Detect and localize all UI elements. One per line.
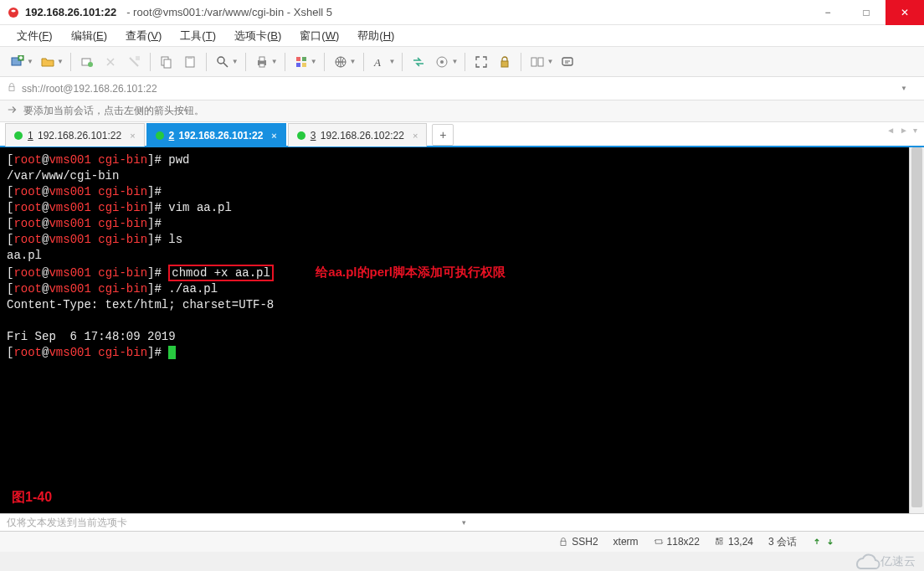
tab-list-icon[interactable]: ▾ <box>913 126 917 135</box>
titlebar: 192.168.26.101:22 - root@vms001:/var/www… <box>0 0 924 25</box>
menu-h[interactable]: 帮助(H) <box>351 27 401 45</box>
fullscreen-icon[interactable] <box>470 51 492 73</box>
svg-rect-22 <box>501 61 508 67</box>
title-path: - root@vms001:/var/www/cgi-bin - Xshell … <box>126 6 332 18</box>
status-protocol: SSH2 <box>558 536 598 548</box>
maximize-button[interactable]: □ <box>847 0 886 25</box>
status-pos: 13,24 <box>715 536 753 548</box>
dropdown-icon-2[interactable]: ▼ <box>57 58 64 65</box>
hint-arrow-icon[interactable] <box>7 104 18 118</box>
menu-v[interactable]: 查看(V) <box>119 27 168 45</box>
hint-text: 要添加当前会话，点击左侧的箭头按钮。 <box>23 104 204 118</box>
status-size-text: 118x22 <box>667 536 700 548</box>
dropdown-icon[interactable]: ▼ <box>27 58 33 65</box>
dropdown-icon-4[interactable]: ▼ <box>271 58 278 65</box>
separator <box>324 53 325 71</box>
watermark: 亿速云 <box>852 549 919 571</box>
dropdown-icon-9[interactable]: ▼ <box>547 58 553 65</box>
title-sub-text: root@vms001:/var/www/cgi-bin - Xshell 5 <box>133 6 332 18</box>
svg-rect-15 <box>302 57 306 61</box>
session-tab-2[interactable]: 2 192.168.26.101:22× <box>146 123 286 147</box>
menu-e[interactable]: 编辑(E) <box>64 27 114 45</box>
separator <box>521 53 521 71</box>
status-proto-text: SSH2 <box>572 536 598 548</box>
svg-rect-14 <box>296 57 300 61</box>
scrollbar-thumb[interactable] <box>911 147 922 507</box>
print-icon[interactable] <box>251 51 273 73</box>
tab-close-icon[interactable]: × <box>413 131 418 141</box>
scrollbar[interactable] <box>909 147 924 513</box>
address-url[interactable]: ssh://root@192.168.26.101:22 <box>22 83 896 95</box>
new-tab-button[interactable]: + <box>432 124 454 146</box>
minimize-button[interactable]: − <box>808 0 847 25</box>
tab-close-icon[interactable]: × <box>130 131 135 141</box>
lock-small-icon <box>7 82 17 95</box>
hosts-icon[interactable] <box>526 51 548 73</box>
encoding-icon[interactable] <box>330 51 352 73</box>
dropdown-icon-8[interactable]: ▼ <box>451 58 458 65</box>
svg-point-4 <box>88 62 93 67</box>
dropdown-icon-5[interactable]: ▼ <box>311 58 317 65</box>
session-tab-1[interactable]: 1 192.168.26.101:22× <box>5 123 145 147</box>
reconnect-icon[interactable] <box>76 51 98 73</box>
properties-icon[interactable] <box>123 51 145 73</box>
status-dot-icon <box>14 131 23 140</box>
svg-rect-26 <box>9 86 14 90</box>
svg-rect-27 <box>561 541 566 545</box>
new-session-icon[interactable] <box>7 51 28 73</box>
svg-rect-5 <box>136 56 140 60</box>
font-icon[interactable]: A <box>369 51 391 73</box>
tab-next-icon[interactable]: ► <box>900 126 908 135</box>
watermark-text: 亿速云 <box>880 555 916 568</box>
menu-w[interactable]: 窗口(W) <box>293 27 346 45</box>
status-dot-icon <box>156 131 164 140</box>
color-scheme-icon[interactable] <box>290 51 312 73</box>
lock-icon[interactable] <box>494 51 516 73</box>
paste-icon[interactable] <box>179 51 201 73</box>
status-dot-icon <box>297 131 305 140</box>
transfer-icon[interactable] <box>408 51 429 73</box>
menu-t[interactable]: 工具(T) <box>173 27 223 45</box>
disconnect-icon[interactable] <box>100 51 121 73</box>
tab-label: 1 192.168.26.101:22 <box>28 130 121 141</box>
menu-f[interactable]: 文件(F) <box>10 27 59 45</box>
lock-status-icon <box>558 537 568 547</box>
separator <box>70 53 71 71</box>
session-tab-3[interactable]: 3 192.168.26.102:22× <box>288 123 428 147</box>
compose-placeholder: 仅将文本发送到当前选项卡 <box>7 516 462 530</box>
terminal[interactable]: [root@vms001 cgi-bin]# pwd /var/www/cgi-… <box>0 147 909 513</box>
svg-rect-28 <box>716 538 718 541</box>
terminal-area: [root@vms001 cgi-bin]# pwd /var/www/cgi-… <box>0 147 924 513</box>
svg-rect-12 <box>259 57 264 61</box>
toolbar: ▼ ▼ ▼ ▼ ▼ ▼ A ▼ ▼ ▼ <box>0 47 924 77</box>
down-icon <box>825 537 835 547</box>
tab-prev-icon[interactable]: ◄ <box>886 126 895 135</box>
svg-text:A: A <box>373 56 381 69</box>
dropdown-icon-3[interactable]: ▼ <box>232 58 239 65</box>
separator <box>363 53 364 71</box>
tab-label: 3 192.168.26.102:22 <box>311 130 404 141</box>
svg-point-21 <box>440 60 444 64</box>
copy-icon[interactable] <box>156 51 177 73</box>
open-session-icon[interactable] <box>37 51 59 73</box>
separator <box>206 53 207 71</box>
find-icon[interactable] <box>212 51 234 73</box>
compose-input[interactable]: 仅将文本发送到当前选项卡 ▾ <box>0 513 924 532</box>
compose-dropdown-icon[interactable]: ▾ <box>462 518 917 527</box>
separator <box>402 53 403 71</box>
tab-close-icon[interactable]: × <box>271 131 276 141</box>
tab-label: 2 192.168.26.101:22 <box>169 130 264 141</box>
compose-icon[interactable] <box>557 51 578 73</box>
status-bar: SSH2 xterm 118x22 13,24 3 会话 <box>0 532 924 552</box>
status-updown <box>812 537 835 547</box>
svg-rect-29 <box>720 538 722 541</box>
status-term: xterm <box>613 536 639 548</box>
dropdown-icon-7[interactable]: ▼ <box>389 58 396 65</box>
address-dropdown-icon[interactable]: ▼ <box>901 85 917 92</box>
close-button[interactable]: ✕ <box>886 0 924 25</box>
hint-bar: 要添加当前会话，点击左侧的箭头按钮。 <box>0 100 924 122</box>
figure-label: 图1-40 <box>12 489 52 505</box>
script-icon[interactable] <box>431 51 453 73</box>
menu-b[interactable]: 选项卡(B) <box>228 27 288 45</box>
dropdown-icon-6[interactable]: ▼ <box>350 58 357 65</box>
